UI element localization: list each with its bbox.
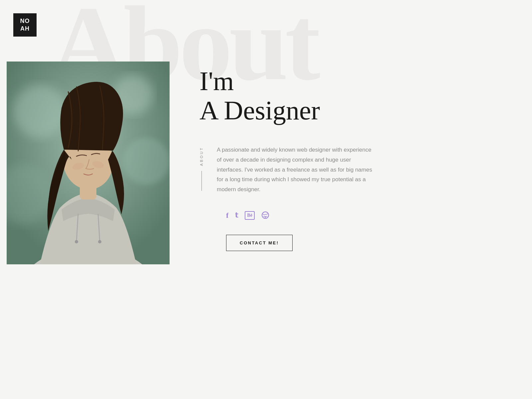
about-vertical-label: ABOUT xyxy=(200,147,203,166)
svg-point-1 xyxy=(13,85,66,138)
svg-point-14 xyxy=(262,212,269,218)
behance-icon[interactable]: Bē xyxy=(245,211,255,220)
contact-button[interactable]: CONTACT ME! xyxy=(226,235,293,251)
vertical-label-container: ABOUT xyxy=(200,145,203,191)
profile-photo xyxy=(7,62,170,264)
main-content: I'm A Designer ABOUT A passionate and wi… xyxy=(200,66,505,251)
twitter-icon[interactable]: 𝕥 xyxy=(235,211,238,220)
svg-point-9 xyxy=(98,240,101,243)
social-icons-row: f 𝕥 Bē xyxy=(226,211,505,220)
vertical-divider xyxy=(201,171,202,191)
svg-point-8 xyxy=(75,240,78,243)
bio-description: A passionate and widely known web design… xyxy=(217,145,376,195)
logo-line1: NO xyxy=(20,18,30,24)
svg-point-3 xyxy=(123,138,170,185)
facebook-icon[interactable]: f xyxy=(226,211,228,220)
logo: NO AH xyxy=(13,13,37,37)
headline-line2: A Designer xyxy=(200,96,505,125)
about-row: ABOUT A passionate and widely known web … xyxy=(200,145,505,195)
dribbble-icon[interactable] xyxy=(261,211,269,219)
logo-line2: AH xyxy=(20,25,30,32)
headline: I'm A Designer xyxy=(200,66,505,125)
headline-line1: I'm xyxy=(200,66,505,96)
